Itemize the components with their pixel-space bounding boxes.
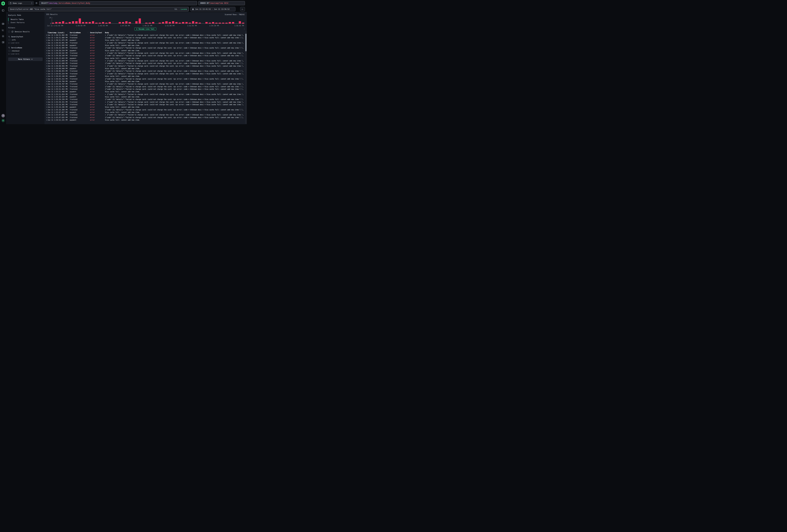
expand-row-icon[interactable] (46, 70, 47, 72)
histogram-bar[interactable] (139, 18, 141, 23)
histogram-bar[interactable] (125, 21, 127, 23)
table-row[interactable]: Jun 11 1:55:59.760 PMpaymenterrorVisa ca… (46, 80, 244, 83)
expand-row-icon[interactable] (46, 94, 47, 95)
expand-row-icon[interactable] (46, 55, 47, 56)
table-row[interactable]: Jun 11 1:56:38.534 PMpaymenterrorVisa ca… (46, 49, 244, 52)
histogram-bar[interactable] (169, 22, 171, 23)
filter-checkbox[interactable] (8, 39, 10, 41)
expand-row-icon[interactable] (46, 40, 47, 41)
histogram-bar[interactable] (119, 22, 121, 23)
search-input[interactable]: SeverityText:error AND "Visa cache full"… (8, 7, 189, 11)
table-row[interactable]: Jun 11 1:56:32.849 PMfrontenderror×{"cod… (46, 60, 244, 62)
expand-row-icon[interactable] (46, 45, 47, 46)
histogram-bar[interactable] (189, 23, 191, 23)
table-row[interactable]: Jun 11 1:55:39.330 PMfrontenderror{"code… (46, 98, 244, 101)
col-header-servicename[interactable]: ServiceName⋮ (70, 31, 90, 34)
expand-row-icon[interactable] (46, 52, 47, 54)
histogram-bar[interactable] (229, 22, 231, 23)
expand-row-icon[interactable] (46, 119, 47, 121)
table-row[interactable]: Jun 11 1:55:39.331 PMfrontenderror×{"cod… (46, 101, 244, 103)
histogram-bar[interactable] (89, 22, 91, 23)
histogram-bar[interactable] (52, 23, 54, 23)
histogram-bar[interactable] (149, 23, 151, 23)
histogram-bar[interactable] (192, 21, 194, 23)
expand-row-icon[interactable] (46, 81, 47, 82)
expand-row-icon[interactable] (46, 99, 47, 100)
column-menu-icon[interactable]: ⋮ (87, 31, 89, 34)
filter-group-header[interactable]: SeverityText (8, 36, 43, 38)
table-row[interactable]: Jun 11 1:55:59.767 PMfrontenderror×{"cod… (46, 83, 244, 85)
sessions-laptop-icon[interactable] (2, 35, 4, 38)
histogram-bar[interactable] (242, 23, 244, 23)
mode-lucene[interactable]: Lucene (181, 8, 187, 10)
expand-row-icon[interactable] (46, 76, 47, 77)
histogram-bar[interactable] (82, 22, 84, 23)
app-logo-icon[interactable] (1, 1, 5, 6)
table-row[interactable]: Jun 11 1:56:08.956 PMfrontenderror×{"cod… (46, 65, 244, 67)
scrollbar-thumb[interactable] (246, 34, 247, 51)
histogram-bar[interactable] (239, 21, 241, 23)
table-row[interactable]: Jun 11 1:56:42.999 PMfrontenderror{"code… (46, 47, 244, 49)
histogram-bar[interactable] (92, 21, 94, 23)
expand-row-icon[interactable] (46, 114, 47, 115)
histogram-bar[interactable] (175, 22, 177, 23)
orderby-query-editor[interactable]: ORDER BY TimestampTime DESC (198, 1, 245, 5)
table-row[interactable]: Jun 11 1:56:32.848 PMfrontenderror{"code… (46, 62, 244, 65)
table-row[interactable]: Jun 11 1:56:42.995 PMpaymenterrorVisa ca… (46, 44, 244, 47)
histogram-bar[interactable] (206, 22, 208, 23)
table-row[interactable]: Jun 11 1:56:51.982 PMfrontenderror×{"cod… (46, 34, 244, 36)
expand-row-icon[interactable] (46, 91, 47, 92)
histogram-bar[interactable] (95, 23, 98, 23)
expand-row-icon[interactable] (46, 50, 47, 51)
gear-icon[interactable]: ⚙ (35, 2, 38, 4)
table-row[interactable]: Jun 11 1:56:43.001 PMfrontenderror×{"cod… (46, 42, 244, 44)
expand-row-icon[interactable] (46, 35, 47, 36)
table-row[interactable]: Jun 11 1:55:51.448 PMpaymenterrorVisa ca… (46, 90, 244, 93)
col-header-timestamp[interactable]: Timestamp (Local)⋮ (47, 31, 70, 34)
logs-icon[interactable] (2, 22, 4, 25)
filter-group-header[interactable]: ServiceName (8, 47, 43, 49)
table-row[interactable]: Jun 11 1:56:51.980 PMfrontenderror{"code… (46, 36, 244, 39)
histogram-bar[interactable] (62, 21, 64, 23)
histogram-bar[interactable] (105, 23, 107, 23)
date-range-picker[interactable]: Jun 11 13:41:52 - Jun 11 13:56:52 (190, 7, 235, 11)
expand-row-icon[interactable] (46, 58, 47, 59)
table-row[interactable]: Jun 11 1:55:07.835 PMfrontenderror{"code… (46, 116, 244, 119)
histogram-bar[interactable] (122, 22, 124, 23)
metrics-chart-icon[interactable] (2, 29, 4, 31)
table-row[interactable]: Jun 11 1:56:08.948 PMpaymenterrorVisa ca… (46, 67, 244, 70)
dataset-select[interactable]: Demo Logs (8, 1, 34, 5)
select-query-editor[interactable]: SELECT Timestamp, ServiceName, SeverityT… (39, 1, 197, 5)
histogram-bar[interactable] (159, 23, 161, 23)
table-row[interactable]: Jun 11 1:55:16.296 PMpaymenterrorVisa ca… (46, 106, 244, 108)
resume-live-tail-button[interactable]: Resume Live Tail (134, 27, 156, 30)
expand-row-icon[interactable] (46, 42, 47, 44)
histogram-bar[interactable] (75, 21, 78, 23)
denoise-checkbox[interactable] (8, 31, 10, 33)
table-row[interactable]: Jun 11 1:55:59.765 PMfrontenderror{"code… (46, 85, 244, 88)
more-filters-button[interactable]: More filters (8, 58, 43, 61)
dashboards-grid-icon[interactable] (2, 41, 4, 44)
table-row[interactable]: Jun 11 1:56:03.248 PMpaymenterrorVisa ca… (46, 75, 244, 78)
histogram-bar[interactable] (182, 22, 184, 23)
expand-row-icon[interactable] (46, 106, 47, 108)
table-row[interactable]: Jun 11 1:55:39.324 PMpaymenterrorVisa ca… (46, 95, 244, 98)
histogram-bar[interactable] (135, 21, 137, 23)
expand-row-icon[interactable] (46, 109, 47, 110)
histogram-bar[interactable] (145, 23, 148, 23)
table-row[interactable]: Jun 11 1:55:51.452 PMfrontenderror{"code… (46, 88, 244, 90)
histogram-bar[interactable] (102, 22, 104, 23)
col-header-body[interactable]: Body (105, 31, 244, 34)
histogram-bar[interactable] (219, 23, 221, 23)
histogram-bar[interactable] (226, 23, 228, 23)
expand-row-icon[interactable] (46, 112, 47, 113)
table-row[interactable]: Jun 11 1:55:07.841 PMfrontenderror×{"cod… (46, 114, 244, 116)
col-header-severitytext[interactable]: SeverityText⋮ (90, 31, 105, 34)
expand-row-icon[interactable] (46, 117, 47, 118)
table-scrollbar[interactable] (246, 31, 247, 124)
table-row[interactable]: Jun 11 1:54:52.241 PMpaymenterrorVisa ca… (46, 119, 244, 121)
histogram-bar[interactable] (65, 23, 67, 23)
expand-row-icon[interactable] (46, 73, 47, 75)
histogram-bar[interactable] (69, 22, 71, 23)
table-row[interactable]: Jun 11 1:55:51.454 PMfrontenderror×{"cod… (46, 93, 244, 95)
